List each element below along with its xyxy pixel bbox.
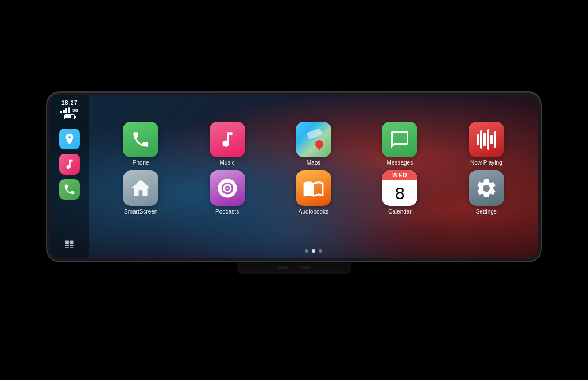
sidebar-phone-icon[interactable]	[59, 179, 80, 200]
device-stand	[237, 261, 351, 274]
app-audiobooks-label: Audiobooks	[299, 208, 328, 215]
stand-connector-right	[300, 266, 311, 269]
app-calendar-label: Calendar	[388, 208, 412, 215]
app-nowplaying[interactable]: Now Playing	[463, 122, 509, 166]
app-nowplaying-label: Now Playing	[470, 160, 502, 166]
eq-bar-2	[480, 130, 482, 149]
page-dot-1[interactable]	[305, 249, 308, 253]
page-dot-2[interactable]	[312, 249, 315, 253]
app-settings[interactable]: Settings	[463, 170, 509, 215]
app-row-2: SmartScreen Podcasts	[100, 170, 527, 215]
svg-rect-2	[65, 247, 69, 248]
app-phone[interactable]: Phone	[118, 122, 164, 166]
status-bar: 18:27 5G	[60, 100, 78, 119]
page-dot-3[interactable]	[319, 249, 322, 253]
device-screen-outer: 18:27 5G	[47, 92, 541, 261]
eq-bar-4	[487, 129, 489, 150]
app-audiobooks[interactable]: Audiobooks	[291, 170, 336, 215]
app-smartscreen-label: SmartScreen	[124, 208, 157, 215]
device-wrapper: 18:27 5G	[47, 92, 541, 288]
battery-fill	[65, 115, 71, 118]
signal-bars	[60, 107, 70, 113]
app-smartscreen[interactable]: SmartScreen	[118, 170, 164, 215]
svg-rect-0	[65, 241, 69, 245]
svg-rect-3	[70, 241, 74, 245]
app-podcasts-label: Podcasts	[215, 208, 239, 215]
eq-bar-6	[494, 131, 496, 148]
svg-rect-4	[70, 245, 74, 246]
sidebar-maps-icon[interactable]	[59, 129, 80, 149]
svg-rect-5	[70, 247, 74, 248]
sidebar-mini-icons	[59, 129, 80, 200]
app-phone-label: Phone	[133, 160, 149, 166]
device-screen-inner: 18:27 5G	[50, 95, 538, 258]
app-row-1: Phone Music	[100, 122, 527, 166]
page-dots	[89, 249, 538, 253]
sidebar: 18:27 5G	[50, 95, 89, 258]
app-messages[interactable]: Messages	[377, 122, 423, 166]
battery-icon	[64, 114, 75, 119]
device-shadow	[93, 276, 495, 288]
sidebar-music-icon[interactable]	[59, 154, 80, 175]
app-messages-label: Messages	[387, 160, 413, 166]
app-music-label: Music	[220, 160, 235, 166]
app-podcasts[interactable]: Podcasts	[204, 170, 250, 215]
app-calendar[interactable]: WED 8 Calendar	[377, 170, 423, 215]
signal-bar-3	[65, 108, 67, 113]
signal-bar-1	[60, 111, 62, 113]
time-display: 18:27	[61, 100, 78, 106]
eq-bar-3	[483, 133, 486, 146]
app-music[interactable]: Music	[204, 122, 250, 166]
app-maps-label: Maps	[307, 160, 320, 166]
calendar-day-num: 8	[382, 180, 417, 206]
app-grid: Phone Music	[89, 95, 538, 241]
svg-rect-1	[65, 245, 69, 246]
signal-bar-2	[63, 110, 65, 113]
eq-bar-1	[477, 134, 479, 145]
layout-icon[interactable]	[64, 239, 75, 253]
calendar-day-name: WED	[382, 170, 417, 180]
app-settings-label: Settings	[476, 208, 497, 215]
signal-bar-4	[68, 107, 70, 113]
signal-type: 5G	[72, 108, 79, 113]
app-maps[interactable]: Maps	[291, 122, 336, 166]
stand-connector-left	[277, 266, 288, 269]
eq-bar-5	[490, 135, 493, 144]
